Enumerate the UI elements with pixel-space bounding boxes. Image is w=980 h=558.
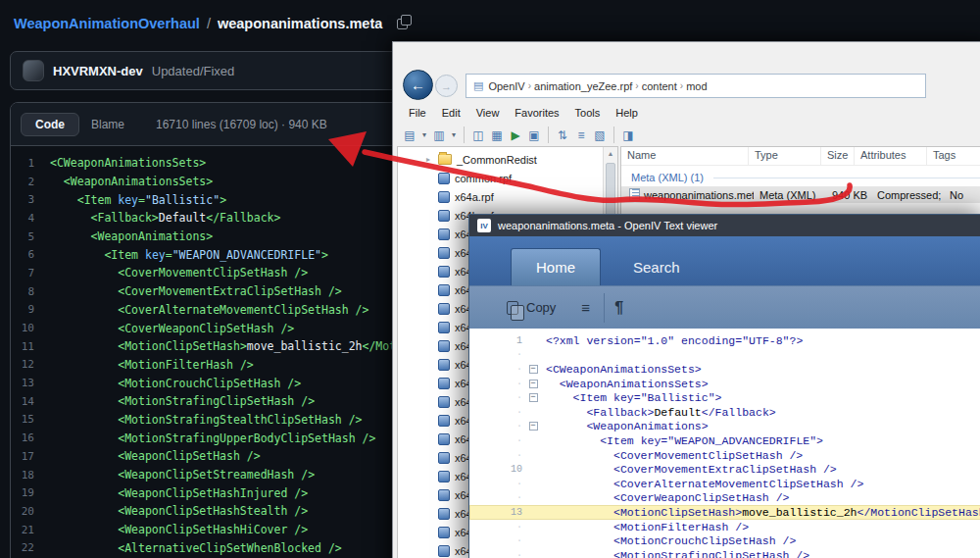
line-number[interactable]: 5	[11, 230, 50, 243]
viewer-line-content: <MotionClipSetHash>move_ballistic_2h</Mo…	[540, 506, 980, 519]
line-number[interactable]: 3	[11, 193, 50, 206]
line-number[interactable]: 16	[11, 431, 50, 444]
line-number[interactable]: 19	[11, 486, 50, 499]
menu-view[interactable]: View	[468, 105, 508, 121]
ribbon-tab-search[interactable]: Search	[619, 248, 694, 285]
line-number[interactable]: 4	[11, 212, 50, 225]
line-number[interactable]: 17	[11, 450, 50, 463]
line-number[interactable]: 22	[11, 541, 50, 554]
fold-collapse-icon[interactable]: −	[529, 380, 538, 388]
viewer-code-line[interactable]: · <CoverAlternateMovementClipSetHash />	[469, 477, 980, 491]
edit-mode-icon[interactable]: ◫	[469, 126, 487, 145]
properties-icon[interactable]: ◨	[619, 126, 637, 145]
new-archive-dropdown-icon[interactable]: ▾	[419, 126, 429, 145]
line-number[interactable]: 10	[11, 322, 50, 334]
line-number[interactable]: 15	[11, 413, 50, 426]
line-number[interactable]: 8	[11, 285, 50, 298]
fold-collapse-icon[interactable]: −	[529, 393, 538, 402]
address-segment[interactable]: animation_yeZee.rpf	[534, 80, 632, 92]
menu-file[interactable]: File	[401, 105, 434, 121]
column-header-type[interactable]: Type	[749, 147, 821, 165]
viewer-line-content: <CoverMovementExtraClipSetHash />	[540, 463, 837, 476]
avatar[interactable]	[23, 60, 44, 81]
viewer-code-line[interactable]: 13 <MotionClipSetHash>move_ballistic_2h<…	[469, 505, 980, 520]
forward-button[interactable]: →	[435, 75, 458, 97]
text-viewer-content[interactable]: 1<?xml version="1.0" encoding="UTF-8"?>·…	[469, 329, 980, 558]
line-number[interactable]: 18	[11, 469, 50, 482]
viewer-code-line[interactable]: · <MotionFilterHash />	[469, 520, 980, 534]
copy-button[interactable]: Copy	[507, 300, 556, 315]
column-header-name[interactable]: Name	[621, 147, 749, 165]
address-segment[interactable]: OpenIV	[488, 80, 524, 92]
back-button[interactable]: ←	[403, 70, 433, 100]
line-number[interactable]: 1	[11, 157, 50, 170]
line-options-icon[interactable]: ≡	[581, 299, 590, 316]
list-view-icon[interactable]: ≡	[572, 126, 590, 145]
tree-item-_commonredist[interactable]: ▸_CommonRedist	[398, 150, 617, 169]
line-number[interactable]: 21	[11, 524, 50, 536]
menu-tools[interactable]: Tools	[567, 105, 609, 121]
menu-edit[interactable]: Edit	[434, 105, 468, 121]
line-number[interactable]: 6	[11, 248, 50, 261]
address-segment[interactable]: content	[642, 80, 677, 92]
viewer-code-line[interactable]: 10 <CoverMovementExtraClipSetHash />	[469, 462, 980, 477]
column-header-tags[interactable]: Tags	[927, 147, 980, 165]
line-number[interactable]: 13	[11, 377, 50, 389]
menu-help[interactable]: Help	[608, 105, 646, 121]
repo-link[interactable]: WeaponAnimationOverhaul	[14, 16, 200, 31]
commit-message[interactable]: Updated/Fixed	[152, 64, 235, 78]
new-archive-icon[interactable]: ▤	[401, 126, 418, 145]
viewer-code-line[interactable]: · <Fallback>Default</Fallback>	[469, 405, 980, 420]
open-dropdown-icon[interactable]: ▾	[449, 126, 459, 145]
cell-name: weaponanimations.meta	[638, 189, 754, 201]
breadcrumb: WeaponAnimationOverhaul / weaponanimatio…	[14, 16, 408, 31]
viewer-code-line[interactable]: ·	[469, 348, 980, 363]
tree-expand-icon[interactable]: ▸	[423, 155, 433, 164]
show-paragraph-marks-icon[interactable]: ¶	[614, 299, 623, 317]
tree-item-common.rpf[interactable]: common.rpf	[398, 169, 617, 187]
viewer-code-line[interactable]: ·− <WeaponAnimationsSets>	[469, 377, 980, 391]
address-segment[interactable]: mod	[686, 80, 707, 92]
viewer-code-line[interactable]: · <MotionStrafingClipSetHash />	[469, 548, 980, 558]
line-number[interactable]: 9	[11, 303, 50, 316]
viewer-line-content: <CWeaponAnimationsSets>	[540, 363, 702, 376]
line-number[interactable]: 12	[11, 358, 50, 371]
fold-collapse-icon[interactable]: −	[529, 365, 538, 374]
viewer-code-line[interactable]: · <CoverWeaponClipSetHash />	[469, 491, 980, 506]
viewer-line-content: <CoverAlternateMovementClipSetHash />	[540, 478, 863, 490]
viewer-code-line[interactable]: 1<?xml version="1.0" encoding="UTF-8"?>	[469, 333, 980, 348]
column-header-attributes[interactable]: Attributes	[855, 147, 927, 165]
ribbon-tab-home[interactable]: Home	[511, 248, 601, 285]
menu-bar: FileEditViewFavoritesToolsHelp	[401, 103, 646, 122]
scroll-up-icon[interactable]: ▲	[604, 147, 617, 161]
import-export-icon[interactable]: ⇅	[554, 126, 571, 145]
viewer-code-line[interactable]: ·−<CWeaponAnimationsSets>	[469, 362, 980, 377]
rpf-archive-icon	[438, 247, 450, 259]
line-number[interactable]: 7	[11, 267, 50, 279]
package-icon[interactable]: ▣	[525, 126, 543, 145]
commit-author[interactable]: HXVRMXN-dev	[53, 64, 143, 78]
text-viewer-titlebar[interactable]: IV weaponanimations.meta - OpenIV Text v…	[469, 215, 980, 236]
grid-view-icon[interactable]: ▧	[591, 126, 609, 145]
tab-blame[interactable]: Blame	[79, 114, 136, 135]
line-number[interactable]: 20	[11, 505, 50, 518]
run-icon[interactable]: ▶	[507, 126, 524, 145]
viewer-code-line[interactable]: · <MotionCrouchClipSetHash />	[469, 533, 980, 548]
save-icon[interactable]: ▦	[488, 126, 506, 145]
copy-path-icon[interactable]	[397, 19, 408, 29]
open-icon[interactable]: ▥	[430, 126, 448, 145]
line-number[interactable]: 14	[11, 395, 50, 408]
menu-favorites[interactable]: Favorites	[507, 105, 566, 121]
line-number[interactable]: 11	[11, 340, 50, 353]
address-bar[interactable]: ▤ OpenIV›animation_yeZee.rpf›content›mod	[466, 74, 926, 98]
tree-item-x64a.rpf[interactable]: x64a.rpf	[398, 187, 617, 206]
viewer-code-line[interactable]: ·− <WeaponAnimations>	[469, 420, 980, 434]
viewer-code-line[interactable]: · <CoverMovementClipSetHash />	[469, 448, 980, 463]
viewer-code-line[interactable]: ·− <Item key="Ballistic">	[469, 390, 980, 405]
viewer-code-line[interactable]: · <Item key="WEAPON_ADVANCEDRIFLE">	[469, 433, 980, 448]
tab-code[interactable]: Code	[21, 113, 79, 136]
line-number[interactable]: 2	[11, 176, 50, 188]
file-row[interactable]: weaponanimations.metaMeta (XML)940 KBCom…	[621, 186, 980, 203]
fold-collapse-icon[interactable]: −	[529, 422, 538, 431]
column-header-size[interactable]: Size	[821, 147, 855, 165]
